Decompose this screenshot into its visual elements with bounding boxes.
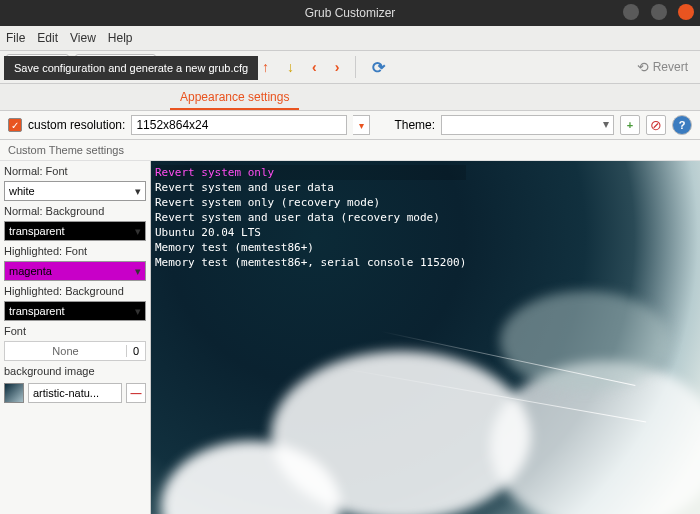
move-down-button[interactable]: ↓ (281, 55, 300, 79)
highlighted-font-label: Highlighted: Font (4, 245, 146, 257)
revert-button-label: Revert (653, 60, 688, 74)
menu-edit[interactable]: Edit (37, 31, 58, 45)
grub-menu-list: Revert system only Revert system and use… (155, 165, 466, 270)
theme-label: Theme: (394, 118, 435, 132)
theme-remove-button[interactable]: ⊘ (646, 115, 666, 135)
normal-background-label: Normal: Background (4, 205, 146, 217)
font-label: Font (4, 325, 146, 337)
theme-add-button[interactable]: + (620, 115, 640, 135)
highlighted-background-value: transparent (5, 305, 131, 317)
background-image-remove-button[interactable]: — (126, 383, 146, 403)
boot-menu-preview: Revert system only Revert system and use… (151, 161, 700, 514)
highlighted-font-value: magenta (5, 265, 131, 277)
custom-theme-settings-label: Custom Theme settings (0, 140, 700, 161)
tab-appearance-settings[interactable]: Appearance settings (170, 86, 299, 110)
reload-icon: ⟳ (372, 58, 385, 77)
window-maximize-button[interactable] (651, 4, 667, 20)
chevron-down-icon: ▾ (131, 225, 145, 238)
window-title: Grub Customizer (235, 6, 464, 20)
resolution-dropdown-button[interactable]: ▾ (353, 115, 370, 135)
theme-info-button[interactable]: ? (672, 115, 692, 135)
revert-button[interactable]: ⟲ Revert (631, 55, 694, 79)
menu-help[interactable]: Help (108, 31, 133, 45)
window-minimize-button[interactable] (623, 4, 639, 20)
background-image-filename[interactable]: artistic-natu... (28, 383, 122, 403)
highlighted-background-select[interactable]: transparent ▾ (4, 301, 146, 321)
arrow-right-icon: › (335, 59, 340, 75)
menu-view[interactable]: View (70, 31, 96, 45)
save-tooltip: Save configuration and generate a new gr… (4, 56, 258, 80)
grub-entry-highlighted: Revert system only (155, 165, 466, 180)
normal-font-label: Normal: Font (4, 165, 146, 177)
chevron-down-icon: ▾ (131, 305, 145, 318)
grub-entry: Memory test (memtest86+, serial console … (155, 255, 466, 270)
highlighted-font-select[interactable]: magenta ▾ (4, 261, 146, 281)
chevron-down-icon: ▾ (131, 265, 145, 278)
font-select[interactable]: None 0 (4, 341, 146, 361)
arrow-left-icon: ‹ (312, 59, 317, 75)
move-right-button[interactable]: › (329, 55, 346, 79)
grub-entry: Memory test (memtest86+) (155, 240, 466, 255)
theme-select[interactable] (441, 115, 614, 135)
normal-font-select[interactable]: white ▾ (4, 181, 146, 201)
reload-button[interactable]: ⟳ (366, 55, 391, 79)
grub-entry: Revert system only (recovery mode) (155, 195, 466, 210)
normal-background-select[interactable]: transparent ▾ (4, 221, 146, 241)
move-up-button[interactable]: ↑ (256, 55, 275, 79)
grub-entry: Ubuntu 20.04 LTS (155, 225, 466, 240)
grub-entry: Revert system and user data (155, 180, 466, 195)
grub-entry: Revert system and user data (recovery mo… (155, 210, 466, 225)
custom-resolution-checkbox[interactable]: ✓ (8, 118, 22, 132)
normal-font-value: white (5, 185, 131, 197)
menu-file[interactable]: File (6, 31, 25, 45)
arrow-up-icon: ↑ (262, 59, 269, 75)
move-left-button[interactable]: ‹ (306, 55, 323, 79)
revert-icon: ⟲ (637, 59, 649, 75)
font-size-value: 0 (126, 345, 145, 357)
resolution-input[interactable] (131, 115, 347, 135)
normal-background-value: transparent (5, 225, 131, 237)
background-image-label: background image (4, 365, 146, 377)
highlighted-background-label: Highlighted: Background (4, 285, 146, 297)
font-value: None (5, 345, 126, 357)
window-close-button[interactable] (678, 4, 694, 20)
arrow-down-icon: ↓ (287, 59, 294, 75)
custom-resolution-label: custom resolution: (28, 118, 125, 132)
background-image-thumbnail[interactable] (4, 383, 24, 403)
chevron-down-icon: ▾ (131, 185, 145, 198)
